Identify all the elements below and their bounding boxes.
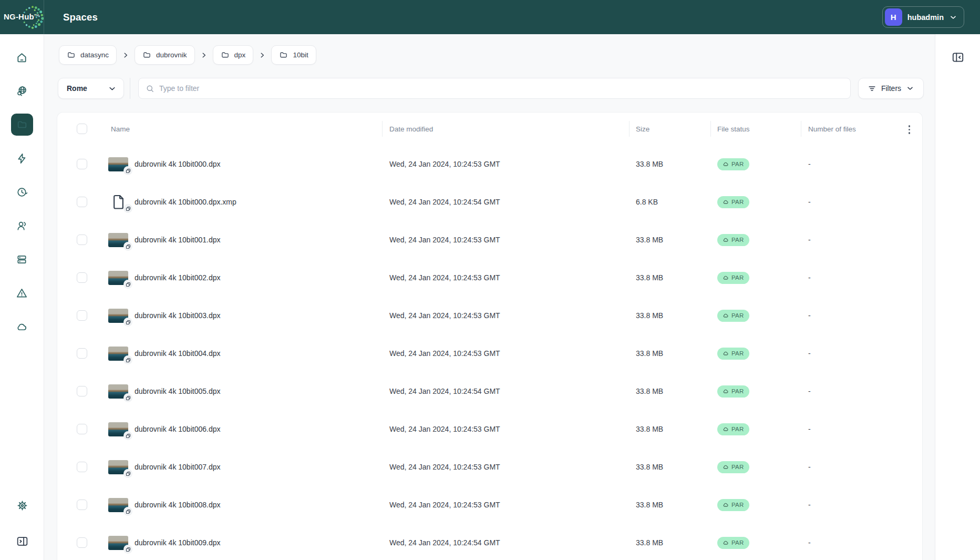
table-row[interactable]: dubrovnik 4k 10bit008.dpx Wed, 24 Jan 20… (57, 486, 922, 524)
chevron-right-icon (200, 52, 208, 59)
app-logo[interactable]: NG-HubTM (0, 0, 44, 34)
file-date-modified: Wed, 24 Jan 2024, 10:24:54 GMT (382, 387, 629, 395)
row-checkbox[interactable] (77, 235, 87, 245)
search-box (138, 78, 851, 99)
activity-zap-icon (16, 152, 28, 165)
copies-badge-icon (123, 545, 132, 554)
page-title: Spaces (63, 12, 98, 23)
expand-panel-icon (16, 535, 29, 548)
file-date-modified: Wed, 24 Jan 2024, 10:24:53 GMT (382, 236, 629, 244)
file-name: dubrovnik 4k 10bit003.dpx (135, 311, 220, 320)
search-input[interactable] (159, 84, 843, 93)
row-checkbox[interactable] (77, 424, 87, 434)
copies-badge-icon (123, 204, 132, 213)
status-badge: PAR (717, 348, 749, 360)
file-name: dubrovnik 4k 10bit005.dpx (135, 387, 220, 395)
file-name: dubrovnik 4k 10bit000.dpx.xmp (135, 198, 236, 206)
collapse-panel-button[interactable] (951, 50, 965, 64)
column-header-number-of-files[interactable]: Number of files (801, 113, 922, 145)
row-checkbox[interactable] (77, 386, 87, 396)
scope-selector-value: Rome (67, 84, 87, 93)
table-row[interactable]: dubrovnik 4k 10bit000.dpx.xmp Wed, 24 Ja… (57, 183, 922, 221)
sidebar-item-activity[interactable] (0, 141, 44, 175)
row-checkbox[interactable] (77, 348, 87, 359)
scope-selector-dropdown[interactable]: Rome (58, 78, 124, 99)
table-body: dubrovnik 4k 10bit000.dpx Wed, 24 Jan 20… (57, 145, 922, 560)
sidebar-item-history[interactable] (0, 175, 44, 209)
status-badge: PAR (717, 234, 749, 246)
row-checkbox[interactable] (77, 159, 87, 169)
file-name: dubrovnik 4k 10bit008.dpx (135, 501, 220, 509)
breadcrumb-item[interactable]: 10bit (271, 45, 316, 65)
file-date-modified: Wed, 24 Jan 2024, 10:24:53 GMT (382, 273, 629, 282)
sidebar-item-users[interactable] (0, 209, 44, 242)
file-date-modified: Wed, 24 Jan 2024, 10:24:53 GMT (382, 501, 629, 509)
user-menu-button[interactable]: H hubadmin (882, 6, 964, 28)
row-checkbox[interactable] (77, 500, 87, 510)
status-badge-label: PAR (731, 161, 744, 167)
chevron-right-icon (122, 52, 129, 59)
status-cloud-icon (723, 199, 729, 205)
select-all-checkbox[interactable] (77, 124, 87, 134)
number-of-files: - (801, 538, 922, 547)
column-header-size[interactable]: Size (629, 113, 710, 145)
file-name: dubrovnik 4k 10bit004.dpx (135, 349, 220, 358)
table-row[interactable]: dubrovnik 4k 10bit006.dpx Wed, 24 Jan 20… (57, 410, 922, 448)
status-badge-label: PAR (731, 426, 744, 432)
chevron-down-icon (108, 84, 117, 93)
breadcrumb-item[interactable]: datasync (59, 45, 117, 65)
column-header-file-status[interactable]: File status (710, 113, 801, 145)
breadcrumb-item[interactable]: dpx (213, 45, 254, 65)
status-badge-label: PAR (731, 312, 744, 319)
file-date-modified: Wed, 24 Jan 2024, 10:24:53 GMT (382, 349, 629, 358)
alerts-warning-icon (16, 287, 28, 299)
copies-badge-icon (123, 469, 132, 478)
status-badge: PAR (717, 310, 749, 322)
left-sidebar (0, 34, 44, 560)
cloud-icon (16, 321, 28, 333)
table-row[interactable]: dubrovnik 4k 10bit009.dpx Wed, 24 Jan 20… (57, 524, 922, 560)
sidebar-item-storage[interactable] (0, 242, 44, 276)
settings-button[interactable] (16, 500, 28, 514)
table-row[interactable]: dubrovnik 4k 10bit000.dpx Wed, 24 Jan 20… (57, 145, 922, 183)
file-size: 33.8 MB (629, 387, 710, 395)
copies-badge-icon (123, 318, 132, 327)
file-size: 33.8 MB (629, 501, 710, 509)
expand-sidebar-button[interactable] (16, 535, 29, 550)
number-of-files: - (801, 387, 922, 395)
table-row[interactable]: dubrovnik 4k 10bit001.dpx Wed, 24 Jan 20… (57, 221, 922, 259)
filters-button[interactable]: Filters (858, 78, 924, 99)
sidebar-item-files[interactable] (0, 108, 44, 141)
table-row[interactable]: dubrovnik 4k 10bit007.dpx Wed, 24 Jan 20… (57, 448, 922, 486)
status-badge-label: PAR (731, 539, 744, 546)
sidebar-item-discover[interactable] (0, 74, 44, 108)
file-size: 33.8 MB (629, 160, 710, 168)
row-checkbox[interactable] (77, 310, 87, 321)
column-header-name[interactable]: Name (111, 125, 130, 133)
status-cloud-icon (723, 161, 729, 167)
file-name: dubrovnik 4k 10bit000.dpx (135, 160, 220, 168)
sidebar-item-alerts[interactable] (0, 276, 44, 310)
table-row[interactable]: dubrovnik 4k 10bit002.dpx Wed, 24 Jan 20… (57, 259, 922, 297)
file-date-modified: Wed, 24 Jan 2024, 10:24:53 GMT (382, 425, 629, 433)
breadcrumb-item[interactable]: dubrovnik (135, 45, 195, 65)
row-checkbox[interactable] (77, 537, 87, 548)
table-row[interactable]: dubrovnik 4k 10bit005.dpx Wed, 24 Jan 20… (57, 372, 922, 410)
divider (130, 78, 130, 99)
active-nav-tile (11, 114, 33, 136)
table-row[interactable]: dubrovnik 4k 10bit004.dpx Wed, 24 Jan 20… (57, 334, 922, 372)
row-checkbox[interactable] (77, 272, 87, 283)
file-size: 33.8 MB (629, 311, 710, 320)
avatar: H (885, 8, 902, 26)
document-icon (112, 194, 125, 210)
sidebar-item-home[interactable] (0, 40, 44, 74)
sidebar-item-cloud[interactable] (0, 310, 44, 343)
file-name: dubrovnik 4k 10bit001.dpx (135, 236, 220, 244)
number-of-files: - (801, 236, 922, 244)
table-row[interactable]: dubrovnik 4k 10bit003.dpx Wed, 24 Jan 20… (57, 297, 922, 334)
column-header-date-modified[interactable]: Date modified (382, 113, 629, 145)
discover-globe-search-icon (16, 85, 28, 97)
row-checkbox[interactable] (77, 197, 87, 207)
row-checkbox[interactable] (77, 462, 87, 472)
table-options-kebab-button[interactable] (907, 124, 912, 135)
